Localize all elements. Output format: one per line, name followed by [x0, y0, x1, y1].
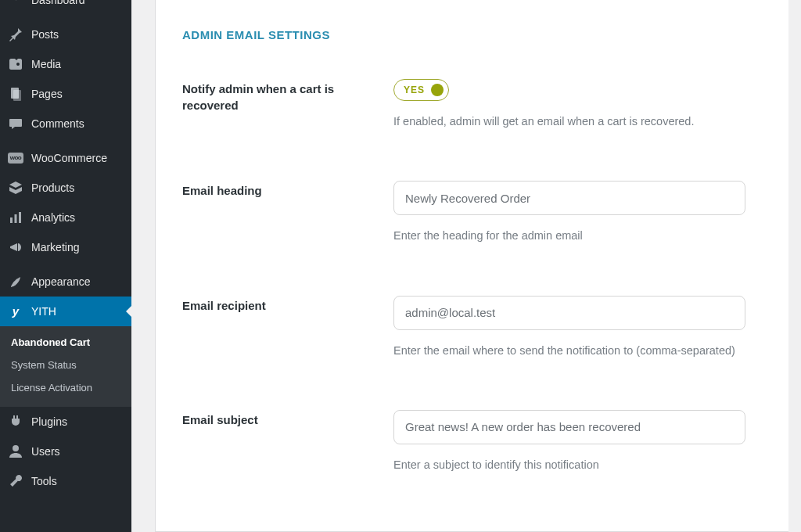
svg-rect-3 — [13, 90, 21, 101]
field-description: Enter a subject to identify this notific… — [393, 457, 761, 473]
email-subject-input[interactable] — [393, 410, 745, 444]
plugins-icon — [8, 414, 23, 430]
field-email-recipient: Email recipient Enter the email where to… — [182, 296, 762, 358]
submenu-item-label: System Status — [11, 359, 77, 371]
sidebar-item-label: Media — [31, 57, 125, 71]
sidebar-item-label: Pages — [31, 87, 125, 101]
svg-rect-4 — [10, 217, 13, 223]
field-email-heading: Email heading Enter the heading for the … — [182, 181, 762, 243]
field-label: Notify admin when a cart is recovered — [182, 79, 378, 113]
section-title: ADMIN EMAIL SETTINGS — [182, 28, 762, 41]
field-email-subject: Email subject Enter a subject to identif… — [182, 410, 762, 473]
woo-icon: woo — [8, 150, 23, 166]
pin-icon — [8, 27, 23, 42]
submenu-item-label: License Activation — [11, 382, 92, 394]
field-label: Email heading — [182, 181, 378, 199]
media-icon — [8, 56, 23, 72]
tools-icon — [8, 473, 23, 489]
sidebar-item-label: Users — [31, 444, 125, 458]
field-description: Enter the email where to send the notifi… — [393, 343, 761, 358]
comments-icon — [8, 116, 23, 131]
field-notify-admin: Notify admin when a cart is recovered YE… — [182, 79, 762, 129]
svg-rect-5 — [15, 214, 17, 223]
svg-rect-6 — [19, 212, 21, 223]
sidebar-item-plugins[interactable]: Plugins — [0, 407, 131, 437]
notify-admin-toggle[interactable]: YES — [393, 79, 449, 101]
field-label: Email recipient — [182, 296, 378, 314]
submenu-item-label: Abandoned Cart — [11, 336, 90, 348]
sidebar-item-label: Analytics — [31, 210, 125, 225]
admin-sidebar: Dashboard Posts Media Pages Commen — [0, 0, 131, 532]
sidebar-item-pages[interactable]: Pages — [0, 79, 131, 109]
sidebar-item-tools[interactable]: Tools — [0, 466, 131, 496]
field-description: Enter the heading for the admin email — [393, 228, 761, 243]
sidebar-item-yith[interactable]: y YITH — [0, 297, 131, 326]
toggle-state-label: YES — [404, 84, 425, 95]
email-recipient-input[interactable] — [393, 296, 745, 330]
svg-point-7 — [13, 445, 19, 451]
sidebar-item-label: Comments — [31, 117, 125, 131]
svg-rect-0 — [15, 0, 19, 1]
sidebar-item-label: Dashboard — [31, 0, 125, 7]
sidebar-item-label: Appearance — [31, 275, 125, 289]
appearance-icon — [8, 274, 23, 289]
sidebar-item-label: YITH — [31, 304, 125, 318]
toggle-knob — [431, 84, 444, 96]
products-icon — [8, 180, 23, 196]
sidebar-item-marketing[interactable]: Marketing — [0, 232, 131, 262]
analytics-icon — [8, 210, 23, 225]
users-icon — [8, 444, 23, 459]
content-area: ADMIN EMAIL SETTINGS Notify admin when a… — [131, 0, 801, 532]
sidebar-item-label: Posts — [31, 27, 125, 41]
sidebar-item-label: Plugins — [31, 415, 125, 429]
sidebar-item-woocommerce[interactable]: woo WooCommerce — [0, 143, 131, 173]
yith-icon: y — [8, 304, 23, 319]
sidebar-item-label: Tools — [31, 474, 125, 488]
sidebar-item-label: Marketing — [31, 240, 125, 254]
sidebar-item-dashboard[interactable]: Dashboard — [0, 0, 131, 15]
sidebar-item-comments[interactable]: Comments — [0, 109, 131, 138]
sidebar-item-users[interactable]: Users — [0, 437, 131, 466]
sidebar-item-appearance[interactable]: Appearance — [0, 267, 131, 297]
sidebar-item-posts[interactable]: Posts — [0, 20, 131, 49]
sidebar-item-label: Products — [31, 181, 125, 195]
email-heading-input[interactable] — [393, 181, 745, 215]
settings-panel: ADMIN EMAIL SETTINGS Notify admin when a… — [155, 0, 788, 532]
marketing-icon — [8, 239, 23, 255]
submenu-item-abandoned-cart[interactable]: Abandoned Cart — [0, 331, 131, 354]
sidebar-item-products[interactable]: Products — [0, 173, 131, 203]
dashboard-icon — [8, 0, 23, 8]
submenu-item-system-status[interactable]: System Status — [0, 354, 131, 376]
sidebar-item-media[interactable]: Media — [0, 49, 131, 79]
sidebar-item-label: WooCommerce — [31, 151, 125, 165]
field-label: Email subject — [182, 410, 378, 428]
submenu-item-license-activation[interactable]: License Activation — [0, 376, 131, 399]
sidebar-submenu-yith: Abandoned Cart System Status License Act… — [0, 326, 131, 407]
sidebar-item-analytics[interactable]: Analytics — [0, 203, 131, 232]
svg-point-1 — [16, 63, 20, 66]
field-description: If enabled, admin will get an email when… — [393, 113, 761, 129]
pages-icon — [8, 86, 23, 102]
